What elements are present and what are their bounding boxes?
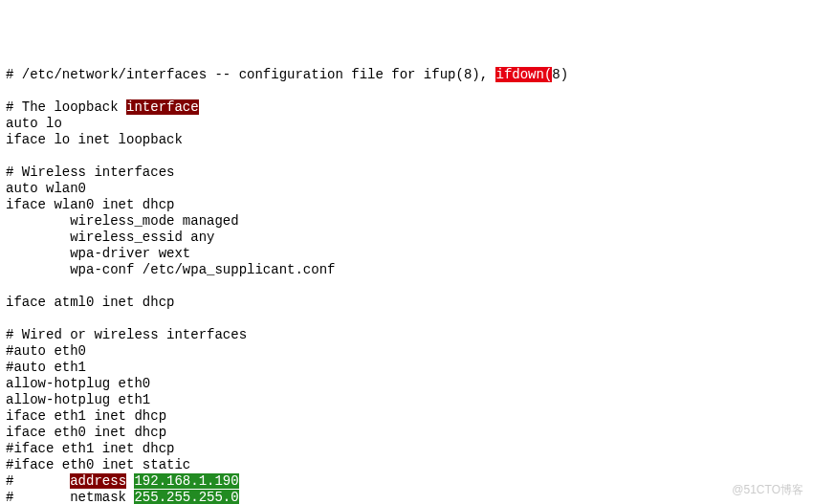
config-line: #auto eth1 bbox=[6, 360, 86, 375]
config-line: # Wired or wireless interfaces bbox=[6, 327, 247, 342]
config-line: 8) bbox=[552, 67, 568, 82]
config-line: iface atml0 inet dhcp bbox=[6, 295, 174, 310]
search-match-highlight: ifdown( bbox=[495, 67, 552, 82]
config-line: auto wlan0 bbox=[6, 181, 86, 196]
config-line: wireless_essid any bbox=[6, 230, 214, 245]
config-line: wpa-driver wext bbox=[6, 246, 190, 261]
config-line: #iface eth0 inet static bbox=[6, 457, 190, 472]
config-line: allow-hotplug eth1 bbox=[6, 392, 150, 407]
config-line: auto lo bbox=[6, 116, 62, 131]
terminal-editor-content[interactable]: # /etc/network/interfaces -- configurati… bbox=[6, 67, 807, 504]
search-match-highlight: address bbox=[70, 473, 126, 489]
config-line: # The loopback bbox=[6, 99, 126, 115]
config-line: wireless_mode managed bbox=[6, 213, 239, 229]
config-line: # netmask bbox=[6, 490, 134, 504]
config-line: #iface eth1 inet dhcp bbox=[6, 441, 174, 456]
config-line: # /etc/network/interfaces -- configurati… bbox=[6, 67, 495, 82]
config-line: #auto eth0 bbox=[6, 343, 86, 359]
config-line: wpa-conf /etc/wpa_supplicant.conf bbox=[6, 262, 335, 277]
config-line: iface wlan0 inet dhcp bbox=[6, 197, 174, 212]
search-match-highlight: interface bbox=[126, 99, 199, 115]
config-line: # bbox=[6, 473, 70, 489]
config-line: iface eth0 inet dhcp bbox=[6, 425, 166, 440]
value-highlight: 255.255.255.0 bbox=[134, 490, 238, 504]
config-line: iface eth1 inet dhcp bbox=[6, 408, 166, 424]
config-line: allow-hotplug eth0 bbox=[6, 376, 150, 391]
value-highlight: 192.168.1.190 bbox=[134, 473, 238, 489]
config-line: # Wireless interfaces bbox=[6, 164, 174, 180]
watermark-text: @51CTO博客 bbox=[732, 482, 803, 498]
config-line: iface lo inet loopback bbox=[6, 132, 183, 147]
